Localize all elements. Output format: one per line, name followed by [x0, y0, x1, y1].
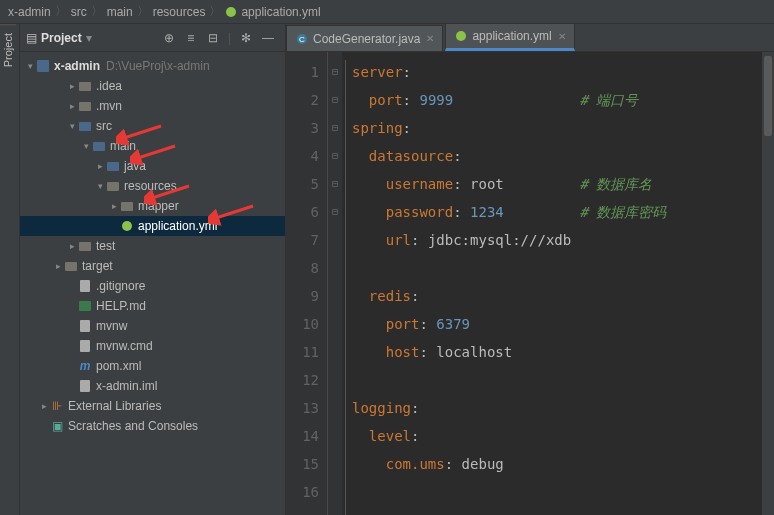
code-line[interactable]: port: 6379	[352, 310, 762, 338]
code-line[interactable]: url: jdbc:mysql:///xdb	[352, 226, 762, 254]
tree-arrow-icon[interactable]: ▾	[80, 141, 92, 151]
tree-arrow-icon[interactable]: ▾	[94, 181, 106, 191]
line-number[interactable]: 1	[286, 58, 319, 86]
bc-item[interactable]: main	[107, 5, 133, 19]
scratch-icon: ▣	[50, 419, 64, 433]
line-number[interactable]: 9	[286, 282, 319, 310]
line-number[interactable]: 5	[286, 170, 319, 198]
code-line[interactable]: username: root # 数据库名	[352, 170, 762, 198]
tree-node[interactable]: ▸⊪External Libraries	[20, 396, 285, 416]
yml-icon	[225, 6, 237, 18]
line-number[interactable]: 3	[286, 114, 319, 142]
chevron-down-icon[interactable]: ▾	[24, 61, 36, 71]
code-line[interactable]: port: 9999 # 端口号	[352, 86, 762, 114]
project-tree[interactable]: ▾ x-admin D:\VueProj\x-admin ▸.idea▸.mvn…	[20, 52, 285, 515]
java-icon: C	[295, 32, 309, 46]
project-tool-button[interactable]: Project	[0, 24, 16, 75]
tree-arrow-icon[interactable]: ▸	[38, 401, 50, 411]
line-number[interactable]: 13	[286, 394, 319, 422]
line-number-gutter[interactable]: 12345678910111213141516	[286, 52, 328, 515]
code-line[interactable]: level:	[352, 422, 762, 450]
code-line[interactable]: com.ums: debug	[352, 450, 762, 478]
fold-gutter[interactable]: ⊟⊟⊟⊟⊟⊟	[328, 52, 342, 515]
fold-toggle-icon[interactable]: ⊟	[328, 142, 342, 170]
fold-toggle-icon[interactable]: ⊟	[328, 198, 342, 226]
settings-icon[interactable]: ✻	[237, 29, 255, 47]
tree-node[interactable]: ▸.mvn	[20, 96, 285, 116]
code-line[interactable]: password: 1234 # 数据库密码	[352, 198, 762, 226]
line-number[interactable]: 4	[286, 142, 319, 170]
line-number[interactable]: 15	[286, 450, 319, 478]
dropdown-icon[interactable]: ▾	[86, 31, 92, 45]
bc-item[interactable]: application.yml	[241, 5, 320, 19]
tree-arrow-icon[interactable]: ▸	[94, 161, 106, 171]
svg-rect-1	[37, 60, 49, 72]
bc-item[interactable]: x-admin	[8, 5, 51, 19]
tool-window-bar[interactable]: Project	[0, 24, 20, 515]
code-line[interactable]: logging:	[352, 394, 762, 422]
line-number[interactable]: 14	[286, 422, 319, 450]
tree-arrow-icon[interactable]: ▸	[108, 201, 120, 211]
tree-node[interactable]: HELP.md	[20, 296, 285, 316]
tree-node[interactable]: .gitignore	[20, 276, 285, 296]
line-number[interactable]: 12	[286, 366, 319, 394]
line-number[interactable]: 6	[286, 198, 319, 226]
bc-item[interactable]: resources	[153, 5, 206, 19]
tree-root[interactable]: ▾ x-admin D:\VueProj\x-admin	[20, 56, 285, 76]
project-title[interactable]: Project	[41, 31, 82, 45]
tree-node[interactable]: ▣Scratches and Consoles	[20, 416, 285, 436]
line-number[interactable]: 8	[286, 254, 319, 282]
tree-arrow-icon[interactable]: ▸	[66, 101, 78, 111]
fold-toggle-icon[interactable]: ⊟	[328, 86, 342, 114]
close-icon[interactable]: ✕	[426, 33, 434, 44]
code-line[interactable]	[352, 478, 762, 506]
tree-node[interactable]: ▸test	[20, 236, 285, 256]
code-line[interactable]: host: localhost	[352, 338, 762, 366]
fold-toggle-icon[interactable]: ⊟	[328, 58, 342, 86]
line-number[interactable]: 7	[286, 226, 319, 254]
code-line[interactable]	[352, 254, 762, 282]
scrollbar-thumb[interactable]	[764, 56, 772, 136]
line-number[interactable]: 10	[286, 310, 319, 338]
tree-node[interactable]: mvnw	[20, 316, 285, 336]
hide-icon[interactable]: —	[259, 29, 277, 47]
editor-tab[interactable]: CCodeGenerator.java✕	[286, 25, 443, 51]
code-area[interactable]: 12345678910111213141516 ⊟⊟⊟⊟⊟⊟ server: p…	[286, 52, 774, 515]
code-content[interactable]: server: port: 9999 # 端口号spring: datasour…	[342, 52, 762, 515]
fold-toggle-icon[interactable]: ⊟	[328, 114, 342, 142]
tree-node[interactable]: ▸target	[20, 256, 285, 276]
tree-arrow-icon[interactable]: ▸	[66, 241, 78, 251]
code-line[interactable]: datasource:	[352, 142, 762, 170]
expand-all-icon[interactable]: ≡	[182, 29, 200, 47]
tree-node[interactable]: mpom.xml	[20, 356, 285, 376]
vertical-scrollbar[interactable]	[762, 52, 774, 515]
svg-point-14	[456, 31, 466, 41]
tree-arrow-icon[interactable]: ▾	[66, 121, 78, 131]
tree-node[interactable]: mvnw.cmd	[20, 336, 285, 356]
indent-guide	[345, 60, 346, 515]
breadcrumb[interactable]: x-admin〉 src〉 main〉 resources〉 applicati…	[0, 0, 774, 24]
tree-arrow-icon[interactable]: ▸	[66, 81, 78, 91]
editor-tabs[interactable]: CCodeGenerator.java✕application.yml✕	[286, 24, 774, 52]
code-line[interactable]: redis:	[352, 282, 762, 310]
close-icon[interactable]: ✕	[558, 31, 566, 42]
editor-tab[interactable]: application.yml✕	[445, 23, 574, 51]
collapse-all-icon[interactable]: ⊟	[204, 29, 222, 47]
tree-node[interactable]: ▸.idea	[20, 76, 285, 96]
tree-arrow-icon[interactable]: ▸	[52, 261, 64, 271]
bc-item[interactable]: src	[71, 5, 87, 19]
separator: |	[228, 31, 231, 45]
code-line[interactable]	[352, 366, 762, 394]
folder-icon	[78, 99, 92, 113]
line-number[interactable]: 16	[286, 478, 319, 506]
fold-toggle-icon[interactable]: ⊟	[328, 170, 342, 198]
select-opened-icon[interactable]: ⊕	[160, 29, 178, 47]
tree-node[interactable]: x-admin.iml	[20, 376, 285, 396]
code-line[interactable]: server:	[352, 58, 762, 86]
svg-rect-11	[80, 380, 90, 392]
yml-icon	[120, 219, 134, 233]
line-number[interactable]: 2	[286, 86, 319, 114]
root-name: x-admin	[54, 59, 100, 73]
code-line[interactable]: spring:	[352, 114, 762, 142]
line-number[interactable]: 11	[286, 338, 319, 366]
